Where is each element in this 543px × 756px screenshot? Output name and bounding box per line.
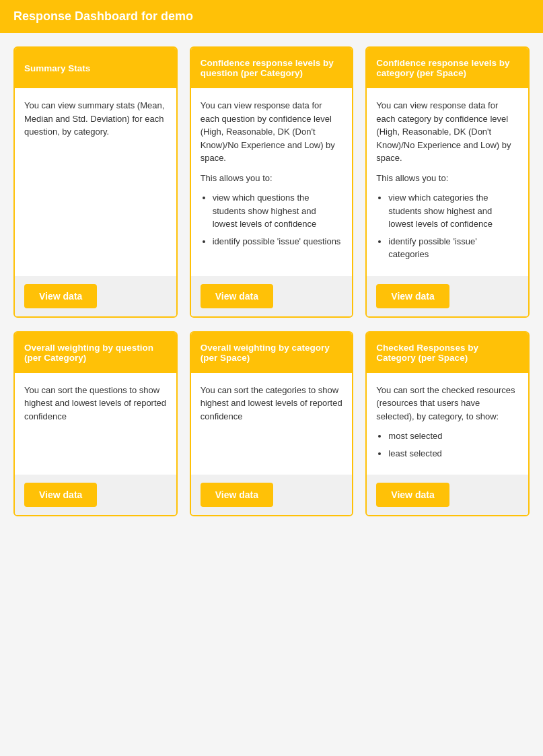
card-bullet-list: most selectedleast selected bbox=[376, 429, 519, 460]
card-header-checked-responses: Checked Responses by Category (per Space… bbox=[367, 333, 528, 373]
view-data-button-confidence-by-question[interactable]: View data bbox=[201, 284, 273, 308]
card-bullet-list: view which categories the students show … bbox=[376, 191, 519, 261]
card-body-overall-weighting-category: You can sort the categories to show high… bbox=[191, 373, 353, 475]
card-footer-checked-responses: View data bbox=[367, 475, 528, 515]
card-paragraph: You can sort the categories to show high… bbox=[201, 384, 343, 423]
card-footer-overall-weighting-category: View data bbox=[191, 475, 353, 515]
card-header-confidence-by-category: Confidence response levels by category (… bbox=[367, 48, 528, 88]
card-bullet-item: identify possible 'issue' questions bbox=[213, 235, 343, 248]
header: Response Dashboard for demo bbox=[0, 0, 543, 33]
view-data-button-confidence-by-category[interactable]: View data bbox=[376, 284, 449, 308]
card-body-checked-responses: You can sort the checked resources (reso… bbox=[367, 373, 528, 475]
card-body-confidence-by-question: You can view response data for each ques… bbox=[191, 88, 353, 276]
card-paragraph: You can sort the questions to show highe… bbox=[24, 384, 167, 423]
card-paragraph: You can view summary stats (Mean, Median… bbox=[24, 99, 167, 139]
card-footer-summary-stats: View data bbox=[15, 276, 176, 316]
card-header-summary-stats: Summary Stats bbox=[15, 48, 176, 88]
card-body-summary-stats: You can view summary stats (Mean, Median… bbox=[15, 88, 176, 276]
card-header-confidence-by-question: Confidence response levels by question (… bbox=[191, 48, 353, 88]
card-paragraph: You can sort the checked resources (reso… bbox=[376, 384, 519, 423]
card-confidence-by-question: Confidence response levels by question (… bbox=[190, 46, 354, 318]
card-checked-responses: Checked Responses by Category (per Space… bbox=[365, 331, 530, 517]
view-data-button-overall-weighting-question[interactable]: View data bbox=[24, 483, 97, 507]
card-row-0: Summary StatsYou can view summary stats … bbox=[13, 46, 530, 318]
card-row-1: Overall weighting by question (per Categ… bbox=[13, 331, 530, 517]
card-bullet-list: view which questions the students show h… bbox=[201, 191, 343, 248]
card-bullet-item: least selected bbox=[388, 447, 519, 460]
card-paragraph: You can view response data for each ques… bbox=[201, 99, 343, 165]
card-body-confidence-by-category: You can view response data for each cate… bbox=[367, 88, 528, 276]
card-paragraph: You can view response data for each cate… bbox=[376, 99, 519, 165]
card-bullet-item: view which categories the students show … bbox=[388, 191, 519, 231]
main-content: Summary StatsYou can view summary stats … bbox=[0, 33, 543, 530]
view-data-button-overall-weighting-category[interactable]: View data bbox=[201, 483, 273, 507]
card-bullet-item: view which questions the students show h… bbox=[213, 191, 343, 231]
card-footer-overall-weighting-question: View data bbox=[15, 475, 176, 515]
card-header-overall-weighting-category: Overall weighting by category (per Space… bbox=[191, 333, 353, 373]
view-data-button-checked-responses[interactable]: View data bbox=[376, 483, 449, 507]
card-header-overall-weighting-question: Overall weighting by question (per Categ… bbox=[15, 333, 176, 373]
card-overall-weighting-category: Overall weighting by category (per Space… bbox=[190, 331, 354, 517]
card-paragraph: This allows you to: bbox=[201, 172, 343, 185]
card-summary-stats: Summary StatsYou can view summary stats … bbox=[13, 46, 178, 318]
card-footer-confidence-by-category: View data bbox=[367, 276, 528, 316]
card-body-overall-weighting-question: You can sort the questions to show highe… bbox=[15, 373, 176, 475]
view-data-button-summary-stats[interactable]: View data bbox=[24, 284, 97, 308]
card-paragraph: This allows you to: bbox=[376, 172, 519, 185]
card-confidence-by-category: Confidence response levels by category (… bbox=[365, 46, 530, 318]
page-title: Response Dashboard for demo bbox=[13, 9, 193, 23]
card-footer-confidence-by-question: View data bbox=[191, 276, 353, 316]
card-bullet-item: identify possible 'issue' categories bbox=[388, 235, 519, 261]
card-overall-weighting-question: Overall weighting by question (per Categ… bbox=[13, 331, 178, 517]
card-bullet-item: most selected bbox=[388, 429, 519, 443]
